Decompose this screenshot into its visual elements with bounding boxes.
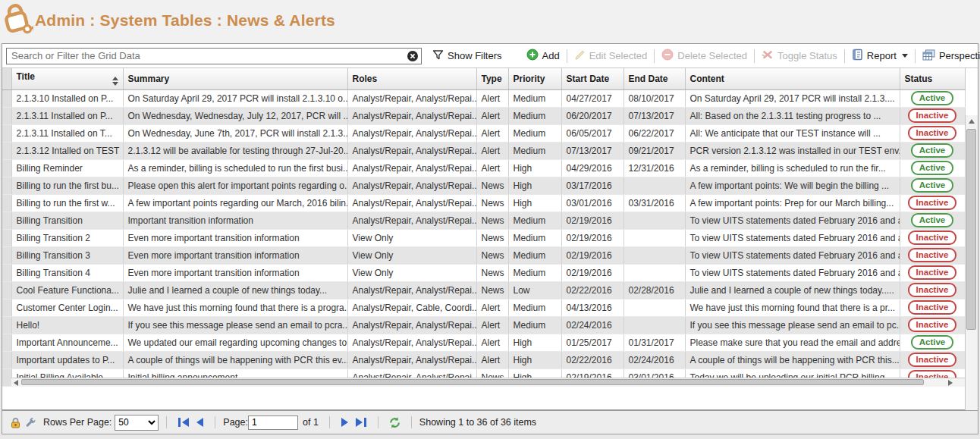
row-selector[interactable]: [2, 159, 11, 177]
refresh-icon[interactable]: [388, 416, 401, 429]
table-row[interactable]: Cool Feature Functiona...Julie and I lea…: [2, 281, 965, 299]
delete-selected-button[interactable]: Delete Selected: [661, 49, 747, 63]
row-selector[interactable]: [2, 351, 11, 368]
next-page-button[interactable]: [341, 418, 348, 427]
previous-page-button[interactable]: [196, 418, 203, 427]
cell-title: Billing Transition 4: [11, 264, 123, 281]
row-selector[interactable]: [2, 281, 11, 299]
column-header-priority[interactable]: Priority: [508, 68, 561, 89]
cell-end_date: [623, 299, 685, 316]
scroll-left-icon[interactable]: [14, 380, 18, 386]
rows-per-page-select[interactable]: 50: [115, 415, 159, 431]
table-row[interactable]: 2.1.3.11 Installed on P...On Wednesday, …: [2, 107, 965, 124]
row-selector[interactable]: [2, 107, 11, 124]
perspectives-button[interactable]: Perspectives: [922, 49, 980, 63]
table-row[interactable]: Billing to run the first bu...Please ope…: [2, 177, 965, 194]
column-header-type[interactable]: Type: [476, 68, 508, 89]
cell-content: Julie and I learned a couple of new thin…: [685, 281, 900, 299]
horizontal-scroll-thumb[interactable]: [21, 379, 924, 385]
row-selector[interactable]: [2, 316, 11, 334]
cell-end_date: 08/10/2017: [623, 89, 685, 107]
cell-start_date: 02/19/2016: [561, 212, 623, 229]
show-filters-button[interactable]: Show Filters: [432, 49, 502, 63]
lock-icon[interactable]: [11, 417, 20, 428]
table-row[interactable]: 2.1.3.12 Intalled on TEST2.1.3.12 will b…: [2, 142, 965, 159]
horizontal-scrollbar[interactable]: [11, 378, 965, 387]
toggle-status-button[interactable]: Toggle Status: [762, 49, 837, 63]
wrench-icon[interactable]: [25, 417, 36, 428]
scroll-right-icon[interactable]: [948, 380, 953, 386]
page-input[interactable]: [248, 415, 298, 430]
cell-content: A couple of things will be happening wit…: [685, 351, 900, 368]
cell-type: Alert: [476, 159, 508, 177]
cell-type: News: [476, 246, 508, 264]
row-selector[interactable]: [2, 194, 11, 212]
vertical-scroll-thumb[interactable]: [966, 129, 976, 330]
add-button[interactable]: Add: [526, 49, 560, 63]
row-selector[interactable]: [2, 229, 11, 246]
table-row[interactable]: Billing Transition 2Even more important …: [2, 229, 965, 246]
cell-status: Active: [900, 159, 965, 177]
cell-roles: View Only: [347, 264, 476, 281]
cell-roles: Analyst/Repair, Analyst/Repai...: [347, 142, 476, 159]
toolbar-separator: [754, 49, 755, 63]
cell-content: A few important points: Prep for our Mar…: [685, 194, 900, 212]
clear-search-icon[interactable]: [407, 50, 419, 62]
row-selector[interactable]: [2, 177, 11, 194]
last-page-button[interactable]: [356, 418, 366, 427]
table-row[interactable]: Billing TransitionImportant transition i…: [2, 212, 965, 229]
search-input[interactable]: [6, 48, 422, 64]
column-header-status[interactable]: Status: [900, 68, 965, 89]
table-row[interactable]: 2.1.3.10 Installed on P...On Saturday Ap…: [2, 89, 965, 107]
cell-type: News: [476, 264, 508, 281]
column-header-end_date[interactable]: End Date: [623, 68, 685, 89]
row-selector[interactable]: [2, 246, 11, 264]
row-selector[interactable]: [2, 142, 11, 159]
row-selector[interactable]: [2, 89, 11, 107]
row-selector[interactable]: [2, 334, 11, 351]
table-row[interactable]: 2.1.3.11 Installed on T...On Wednesday, …: [2, 124, 965, 142]
row-selector[interactable]: [2, 124, 11, 142]
cell-type: Alert: [476, 299, 508, 316]
row-selector[interactable]: [2, 299, 11, 316]
column-header-content[interactable]: Content: [685, 68, 900, 89]
cell-status: Inactive: [900, 351, 965, 368]
scroll-up-icon[interactable]: [969, 119, 975, 124]
cell-priority: Medium: [508, 212, 561, 229]
cell-type: Alert: [476, 89, 508, 107]
cell-status: Inactive: [900, 281, 965, 299]
row-selector[interactable]: [2, 264, 11, 281]
vertical-scrollbar[interactable]: [965, 115, 978, 425]
first-page-button[interactable]: [178, 418, 189, 427]
report-button[interactable]: Report: [852, 49, 908, 63]
cell-title: Billing Reminder: [11, 159, 123, 177]
cell-summary: On Wednesday, June 7th, 2017, PCR will i…: [123, 124, 347, 142]
table-row[interactable]: Billing Transition 3Even more important …: [2, 246, 965, 264]
cell-status: Inactive: [900, 124, 965, 142]
table-row[interactable]: Hello!If you see this message please sen…: [2, 316, 965, 334]
column-header-start_date[interactable]: Start Date: [561, 68, 623, 89]
cell-content: PCR version 2.1.3.12 was installed in ou…: [685, 142, 900, 159]
row-selector[interactable]: [2, 212, 11, 229]
row-selector[interactable]: [2, 368, 11, 386]
cell-end_date: 07/13/2017: [623, 107, 685, 124]
column-label: Roles: [353, 74, 378, 84]
edit-selected-button[interactable]: Edit Selected: [574, 49, 648, 63]
table-row[interactable]: Important updates to P...A couple of thi…: [2, 351, 965, 368]
column-header-summary[interactable]: Summary: [123, 68, 347, 89]
table-row[interactable]: Important Announceme...We updated our em…: [2, 334, 965, 351]
cell-content: If you see this message please send an e…: [685, 316, 900, 334]
table-row[interactable]: Billing ReminderAs a reminder, billing i…: [2, 159, 965, 177]
table-row[interactable]: Billing to run the first w...A few impor…: [2, 194, 965, 212]
sort-icon[interactable]: [112, 77, 118, 86]
cell-end_date: 09/21/2017: [623, 142, 685, 159]
toolbar-separator: [567, 49, 567, 63]
column-label: Type: [482, 74, 502, 84]
table-row[interactable]: Customer Center Login...We have just thi…: [2, 299, 965, 316]
table-row[interactable]: Billing Transition 4Even more important …: [2, 264, 965, 281]
column-header-roles[interactable]: Roles: [347, 68, 476, 89]
cell-roles: Analyst/Repair, Analyst/Repai...: [347, 334, 476, 351]
cell-content: To view UITS statements dated February 2…: [685, 264, 900, 281]
cell-title: Important updates to P...: [11, 351, 123, 368]
column-header-title[interactable]: Title: [11, 68, 123, 89]
